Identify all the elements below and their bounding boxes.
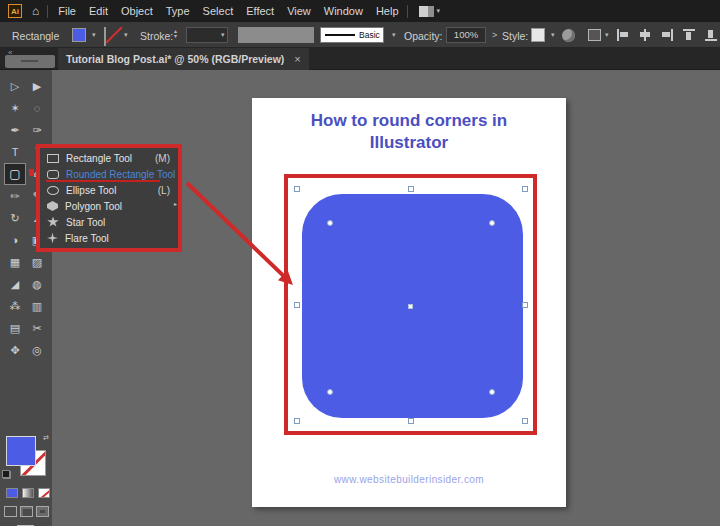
align-horizontal-right-icon[interactable]	[661, 29, 673, 41]
flyout-item-flare-tool[interactable]: Flare Tool	[40, 230, 178, 246]
eyedropper-tool[interactable]: ◢	[4, 273, 26, 295]
menu-item-object[interactable]: Object	[121, 5, 153, 17]
hand-tool[interactable]: ✥	[4, 339, 26, 361]
rotate-tool[interactable]: ↻	[4, 207, 26, 229]
curvature-tool[interactable]: ✑	[26, 119, 48, 141]
selection-handle[interactable]	[522, 186, 528, 192]
document-setup-icon[interactable]	[588, 29, 601, 41]
home-icon[interactable]	[32, 5, 39, 17]
illustrator-app-icon[interactable]: Ai	[8, 4, 22, 18]
symbol-sprayer-tool[interactable]: ⁂	[4, 295, 26, 317]
lasso-tool[interactable]: ◌	[26, 97, 48, 119]
graph-tool[interactable]: ▥	[26, 295, 48, 317]
selection-handle[interactable]	[294, 186, 300, 192]
menu-item-file[interactable]: File	[58, 5, 76, 17]
blend-tool[interactable]: ◍	[26, 273, 48, 295]
mesh-tool[interactable]: ▦	[4, 251, 26, 273]
tool-icon: ◍	[32, 279, 42, 290]
direct-selection-tool[interactable]: ▶	[26, 75, 48, 97]
opacity-field[interactable]: 100%	[446, 27, 486, 43]
stroke-dropdown-caret-icon[interactable]	[124, 31, 128, 39]
tool-icon: ↻	[10, 213, 19, 224]
selection-handle[interactable]	[522, 302, 528, 308]
draw-normal-icon[interactable]	[4, 506, 17, 517]
draw-inside-icon[interactable]	[36, 506, 49, 517]
tab-close-icon[interactable]: ×	[294, 53, 300, 65]
tearoff-arrow-icon[interactable]	[174, 200, 177, 207]
magic-wand-tool[interactable]: ✶	[4, 97, 26, 119]
paint-style-buttons	[0, 488, 52, 498]
swap-fill-stroke-icon[interactable]	[43, 434, 49, 442]
menu-item-edit[interactable]: Edit	[89, 5, 108, 17]
corner-radius-widget[interactable]	[489, 220, 495, 226]
fill-dropdown-caret-icon[interactable]	[92, 31, 96, 39]
document-setup-caret-icon[interactable]	[605, 31, 609, 39]
tools-panel-grip[interactable]	[5, 55, 55, 68]
stroke-weight-stepper[interactable]	[174, 29, 177, 39]
align-horizontal-center-icon[interactable]	[639, 29, 651, 41]
type-tool[interactable]: T	[4, 141, 26, 163]
default-fill-stroke-icon[interactable]	[2, 470, 11, 479]
width-tool[interactable]: ◑	[4, 229, 26, 251]
selection-handle[interactable]	[408, 418, 414, 424]
selection-handle[interactable]	[522, 418, 528, 424]
flyout-item-polygon-tool[interactable]: Polygon Tool	[40, 198, 178, 214]
flyout-item-label: Rounded Rectangle Tool	[66, 169, 175, 180]
menu-item-view[interactable]: View	[287, 5, 311, 17]
fill-indicator[interactable]	[6, 436, 36, 466]
brush-stroke-preview	[325, 34, 355, 36]
opacity-value: 100%	[447, 28, 485, 42]
align-vertical-bottom-icon[interactable]	[705, 29, 717, 41]
menu-item-type[interactable]: Type	[166, 5, 190, 17]
flyout-item-label: Flare Tool	[65, 233, 109, 244]
document-tab[interactable]: Tutorial Blog Post.ai* @ 50% (RGB/Previe…	[58, 48, 309, 70]
tool-icon: ✑	[32, 125, 41, 136]
tool-icon: ▷	[11, 81, 19, 92]
pen-tool[interactable]: ✒	[4, 119, 26, 141]
corner-radius-widget[interactable]	[327, 389, 333, 395]
selection-handle[interactable]	[294, 302, 300, 308]
style-caret-icon[interactable]	[551, 31, 555, 39]
align-horizontal-left-icon[interactable]	[617, 29, 629, 41]
tool-icon: ✶	[10, 103, 19, 114]
none-button[interactable]	[38, 488, 50, 498]
artboard-tool[interactable]: ▤	[4, 317, 26, 339]
corner-radius-widget[interactable]	[489, 389, 495, 395]
flyout-item-ellipse-tool[interactable]: Ellipse Tool (L)	[40, 182, 178, 198]
opacity-more-chevron[interactable]: >	[492, 30, 497, 40]
flyout-item-star-tool[interactable]: Star Tool	[40, 214, 178, 230]
selection-handle[interactable]	[408, 186, 414, 192]
menu-item-help[interactable]: Help	[376, 5, 399, 17]
corner-radius-widget[interactable]	[327, 220, 333, 226]
align-vertical-top-icon[interactable]	[683, 29, 695, 41]
gradient-button[interactable]	[22, 488, 34, 498]
tool-icon: T	[12, 147, 19, 158]
tool-icon: ✏	[10, 191, 19, 202]
slice-tool[interactable]: ✂	[26, 317, 48, 339]
shaper-tool[interactable]: ✏	[4, 185, 26, 207]
width-profile-dropdown[interactable]	[238, 27, 314, 43]
brush-caret-icon[interactable]	[392, 31, 396, 39]
flyout-item-rectangle-tool[interactable]: Rectangle Tool (M)	[40, 150, 178, 166]
style-label: Style:	[502, 30, 528, 42]
menu-item-select[interactable]: Select	[203, 5, 234, 17]
graphic-style-swatch[interactable]	[531, 28, 545, 42]
fill-color-swatch[interactable]	[72, 28, 86, 42]
selection-handle[interactable]	[294, 418, 300, 424]
menu-item-effect[interactable]: Effect	[246, 5, 274, 17]
gradient-tool[interactable]: ▨	[26, 251, 48, 273]
stroke-weight-caret-icon[interactable]	[221, 31, 225, 39]
draw-behind-icon[interactable]	[20, 506, 33, 517]
flyout-item-rounded-rectangle-tool[interactable]: Rounded Rectangle Tool	[40, 166, 178, 182]
rectangle-tool[interactable]: ▢	[4, 163, 26, 185]
selection-tool[interactable]: ▷	[4, 75, 26, 97]
artboard-title-text: How to round corners in Illustrator	[279, 110, 539, 154]
stroke-color-swatch[interactable]	[104, 27, 106, 46]
tool-icon: ⁂	[10, 301, 21, 312]
zoom-tool[interactable]: ◎	[26, 339, 48, 361]
workspace-switcher-icon[interactable]	[419, 6, 434, 17]
globe-icon[interactable]	[562, 29, 575, 42]
menu-item-window[interactable]: Window	[324, 5, 363, 17]
color-button[interactable]	[6, 488, 18, 498]
brush-definition-dropdown[interactable]: Basic	[320, 27, 384, 43]
